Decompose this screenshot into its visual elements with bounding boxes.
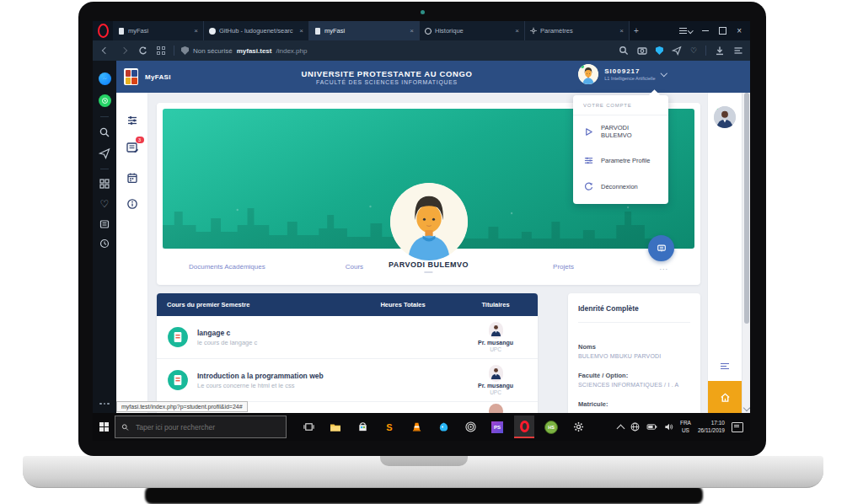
page-favicon-icon [314,28,321,35]
sliders-icon[interactable] [126,115,138,126]
search-icon[interactable] [619,46,629,56]
forward-button[interactable] [118,45,130,56]
profile-nav: Documents Académiques Cours PARVODI BULE… [157,249,700,285]
back-button[interactable] [99,45,111,56]
teacher-name: Pr. musangu [453,383,538,389]
snapshot-camera-icon[interactable] [637,46,647,56]
opera-taskbar-icon[interactable] [514,416,534,438]
scroll-down-icon[interactable] [742,405,749,411]
tab-close-icon[interactable]: × [515,27,519,35]
store-icon[interactable] [352,416,373,438]
tab-parametres[interactable]: Paramètres × [525,21,630,40]
sublime-text-icon[interactable]: S [379,416,399,438]
nav-documents[interactable]: Documents Académiques [189,263,265,271]
browser-menu-button[interactable] [679,28,693,34]
tab-historique[interactable]: Historique × [420,21,525,40]
sidebar-more-icon[interactable] [99,403,109,405]
insecure-shield-icon[interactable] [181,46,189,55]
speed-dial-icon[interactable] [99,179,110,189]
sidebar-panels-icon[interactable] [733,46,743,56]
task-view-icon[interactable] [298,416,319,438]
identity-field: Noms BULEMVO MBUKU PARVODI [578,343,690,359]
start-button[interactable] [93,413,115,441]
opera-sidebar: ♡ [93,61,116,413]
phpstorm-icon[interactable]: PS [487,416,507,438]
page-scrollbar[interactable] [742,93,750,413]
nav-cours[interactable]: Cours [346,263,363,271]
tabs-panel-icon[interactable] [99,219,110,229]
minimize-button[interactable] [702,30,709,31]
notification-badge: 3 [136,137,144,143]
home-button[interactable] [708,381,742,413]
url-field[interactable]: Non sécurisé myfasi.test/index.php [181,46,307,55]
notifications-item[interactable]: 3 [126,141,139,158]
upc-logo[interactable] [124,68,138,85]
target-app-icon[interactable] [460,416,480,438]
tab-close-icon[interactable]: × [194,27,198,35]
calendar-icon[interactable] [126,172,138,184]
vlc-icon[interactable] [406,416,426,438]
col-courses: Cours du premier Semestre [157,301,352,308]
my-flow-icon[interactable] [672,46,682,56]
brand-label[interactable]: MyFASI [145,73,171,81]
laragon-icon[interactable] [433,416,453,438]
scrollbar-thumb[interactable] [744,93,749,324]
restore-button[interactable] [719,27,726,35]
divider [174,46,174,56]
file-explorer-icon[interactable] [325,416,346,438]
adblock-shield-icon[interactable] [656,46,663,55]
sidebar-search-icon[interactable] [99,126,110,138]
security-label: Non sécurisé [193,47,233,55]
my-flow-plane-icon[interactable] [99,147,110,159]
menu-item-logout[interactable]: Déconnexion [573,173,668,199]
teacher-avatar [489,404,503,413]
list-icon[interactable] [721,363,729,369]
tab-myfasi-1[interactable]: myFasi × [113,21,204,40]
user-menu-button[interactable]: SI009217 L1 Intelligence Artificielle [578,64,666,84]
network-icon[interactable] [630,422,640,432]
heidisql-icon[interactable]: HS [541,416,561,438]
tab-close-icon[interactable]: × [619,27,624,35]
tray-expand-icon[interactable] [616,424,625,432]
info-icon[interactable] [126,198,138,210]
history-clock-icon[interactable] [99,239,110,249]
close-button[interactable]: × [737,27,742,35]
settings-gear-icon[interactable] [568,416,588,438]
battery-icon[interactable] [646,423,657,431]
chevron-down-icon [660,70,667,77]
new-tab-button[interactable]: + [630,21,643,40]
laptop-shadow [145,486,703,504]
messenger-icon[interactable] [99,72,111,85]
language-indicator[interactable]: FRA US [680,420,691,433]
user-info: SI009217 L1 Intelligence Artificielle [604,67,655,81]
taskbar-search[interactable] [115,416,287,438]
speed-dial-button[interactable] [155,45,167,56]
reload-button[interactable] [137,45,148,56]
tab-github[interactable]: GitHub - ludoguenet/searc × [204,21,309,40]
volume-icon[interactable] [664,422,673,432]
tab-close-icon[interactable]: × [410,27,414,35]
teacher-avatar [489,324,503,339]
bookmark-heart-icon[interactable]: ♡ [690,46,697,55]
table-row[interactable]: langage c le cours de langage c Pr. musa… [157,316,538,359]
download-icon[interactable] [715,46,725,56]
user-subtitle: L1 Intelligence Artificielle [604,76,655,81]
menu-item-settings[interactable]: Parametre Profile [573,147,668,173]
name-underline [425,271,433,273]
whatsapp-icon[interactable] [99,94,111,107]
action-center-icon[interactable] [732,422,743,432]
menu-item-profile[interactable]: PARVODI BULEMVO [573,115,668,147]
student-name-block: PARVODI BULEMVO [389,260,469,273]
status-url-tooltip: myfasi.test/index.php?p=student.profil&i… [116,401,248,412]
opera-logo-icon[interactable] [93,21,113,40]
nav-projets[interactable]: Projets [553,263,574,271]
clock[interactable]: 17:10 26/11/2019 [698,420,725,434]
tab-myfasi-active[interactable]: myFasi × [309,21,420,40]
contact-avatar[interactable] [714,106,736,128]
tab-close-icon[interactable]: × [299,27,303,35]
bookmarks-heart-icon[interactable]: ♡ [100,198,110,210]
table-row[interactable]: Introduction a la programmation web Le c… [157,359,538,402]
nav-more[interactable]: ... [659,263,668,271]
taskbar-search-input[interactable] [134,422,280,432]
search-icon [121,423,129,432]
